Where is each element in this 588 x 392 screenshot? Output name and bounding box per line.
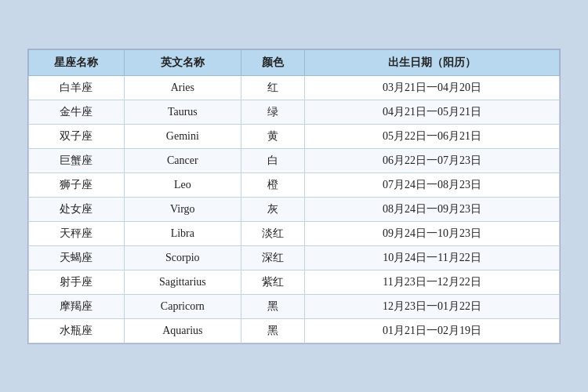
cell-english: Aries: [124, 75, 241, 100]
cell-color: 橙: [241, 172, 304, 197]
table-row: 狮子座Leo橙07月24日一08月23日: [29, 172, 560, 197]
cell-english: Gemini: [124, 124, 241, 148]
cell-color: 深红: [241, 245, 304, 270]
table-header-row: 星座名称 英文名称 颜色 出生日期（阳历）: [29, 49, 560, 75]
cell-chinese: 金牛座: [29, 100, 125, 124]
cell-english: Taurus: [124, 100, 241, 124]
cell-english: Leo: [124, 172, 241, 197]
table-row: 双子座Gemini黄05月22日一06月21日: [29, 124, 560, 148]
table-row: 摩羯座Capricorn黑12月23日一01月22日: [29, 294, 560, 318]
cell-english: Sagittarius: [124, 270, 241, 294]
table-row: 天蝎座Scorpio深红10月24日一11月22日: [29, 245, 560, 270]
cell-english: Libra: [124, 221, 241, 245]
cell-color: 绿: [241, 100, 304, 124]
header-date: 出生日期（阳历）: [305, 49, 560, 75]
cell-color: 黑: [241, 294, 304, 318]
cell-date: 03月21日一04月20日: [305, 75, 560, 100]
cell-date: 01月21日一02月19日: [305, 318, 560, 343]
cell-date: 04月21日一05月21日: [305, 100, 560, 124]
zodiac-table: 星座名称 英文名称 颜色 出生日期（阳历） 白羊座Aries红03月21日一04…: [28, 49, 560, 343]
cell-chinese: 天蝎座: [29, 245, 125, 270]
cell-chinese: 天秤座: [29, 221, 125, 245]
zodiac-table-container: 星座名称 英文名称 颜色 出生日期（阳历） 白羊座Aries红03月21日一04…: [27, 49, 561, 344]
table-row: 射手座Sagittarius紫红11月23日一12月22日: [29, 270, 560, 294]
table-row: 白羊座Aries红03月21日一04月20日: [29, 75, 560, 100]
table-row: 处女座Virgo灰08月24日一09月23日: [29, 197, 560, 221]
cell-date: 06月22日一07月23日: [305, 148, 560, 172]
cell-chinese: 摩羯座: [29, 294, 125, 318]
cell-chinese: 射手座: [29, 270, 125, 294]
cell-color: 黑: [241, 318, 304, 343]
cell-date: 11月23日一12月22日: [305, 270, 560, 294]
table-row: 天秤座Libra淡红09月24日一10月23日: [29, 221, 560, 245]
cell-date: 09月24日一10月23日: [305, 221, 560, 245]
header-english-name: 英文名称: [124, 49, 241, 75]
cell-date: 07月24日一08月23日: [305, 172, 560, 197]
header-color: 颜色: [241, 49, 304, 75]
cell-color: 紫红: [241, 270, 304, 294]
table-body: 白羊座Aries红03月21日一04月20日金牛座Taurus绿04月21日一0…: [29, 75, 560, 343]
cell-english: Scorpio: [124, 245, 241, 270]
cell-english: Capricorn: [124, 294, 241, 318]
table-row: 金牛座Taurus绿04月21日一05月21日: [29, 100, 560, 124]
cell-chinese: 巨蟹座: [29, 148, 125, 172]
cell-color: 淡红: [241, 221, 304, 245]
cell-english: Virgo: [124, 197, 241, 221]
cell-chinese: 狮子座: [29, 172, 125, 197]
cell-date: 08月24日一09月23日: [305, 197, 560, 221]
cell-chinese: 白羊座: [29, 75, 125, 100]
cell-date: 10月24日一11月22日: [305, 245, 560, 270]
table-row: 巨蟹座Cancer白06月22日一07月23日: [29, 148, 560, 172]
cell-english: Cancer: [124, 148, 241, 172]
cell-date: 12月23日一01月22日: [305, 294, 560, 318]
cell-color: 白: [241, 148, 304, 172]
cell-english: Aquarius: [124, 318, 241, 343]
cell-date: 05月22日一06月21日: [305, 124, 560, 148]
header-chinese-name: 星座名称: [29, 49, 125, 75]
table-row: 水瓶座Aquarius黑01月21日一02月19日: [29, 318, 560, 343]
cell-color: 红: [241, 75, 304, 100]
cell-chinese: 水瓶座: [29, 318, 125, 343]
cell-chinese: 处女座: [29, 197, 125, 221]
cell-chinese: 双子座: [29, 124, 125, 148]
cell-color: 黄: [241, 124, 304, 148]
cell-color: 灰: [241, 197, 304, 221]
